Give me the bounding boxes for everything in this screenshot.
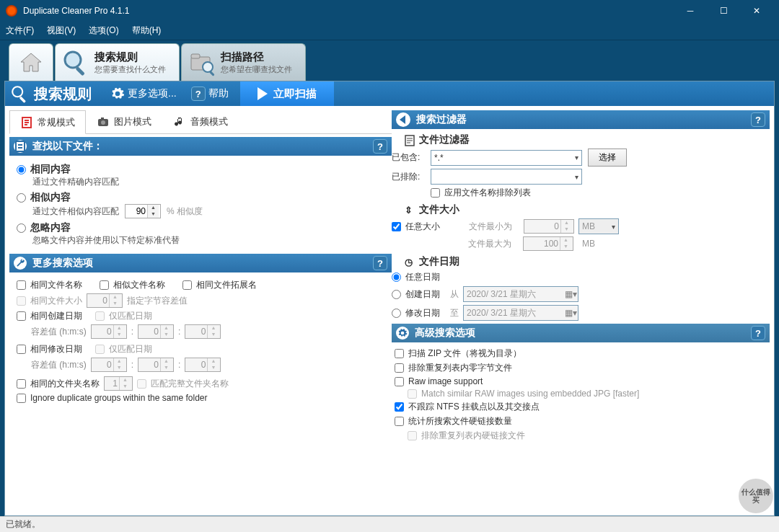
advanced-search-header: 高级搜索选项 ?	[392, 324, 770, 342]
watermark-badge: 什么值得买	[739, 479, 773, 513]
svg-point-6	[12, 87, 22, 97]
gear-icon	[110, 87, 125, 101]
toolbar-help-button[interactable]: ? 帮助	[184, 87, 236, 101]
scan-now-button[interactable]: 立即扫描	[240, 81, 334, 106]
included-filter-input[interactable]: *.*▾	[431, 150, 582, 166]
menu-file[interactable]: 文件(F)	[6, 25, 34, 37]
tab-rules-title: 搜索规则	[94, 50, 166, 64]
close-button[interactable]: ✕	[740, 0, 773, 22]
titlebar: Duplicate Cleaner Pro 4.1.1 ─ ☐ ✕	[0, 0, 779, 22]
menu-help[interactable]: 帮助(H)	[132, 25, 162, 37]
help-icon[interactable]: ?	[751, 112, 765, 127]
min-size-spinner: ▲▼	[524, 219, 574, 234]
chk-similar-filename[interactable]	[100, 280, 109, 290]
minimize-button[interactable]: ─	[674, 0, 707, 22]
tol-m-2: ▲▼	[138, 358, 174, 372]
chevron-down-icon: ▾	[575, 173, 578, 181]
folder-depth-spinner: ▲▼	[104, 376, 133, 391]
radio-ignore-content[interactable]	[17, 223, 26, 233]
svg-point-0	[65, 52, 81, 68]
chk-scan-zip[interactable]	[395, 349, 404, 358]
label-min-size: 文件最小为	[469, 221, 519, 233]
more-search-options-body: 相同文件名称 相似文件名称 相同文件拓展名 相同文件大小 ▲▼ 指定字节容差值	[9, 272, 392, 409]
panel-toolbar: 搜索规则 更多选项... ? 帮助 立即扫描	[5, 81, 774, 106]
play-icon	[258, 87, 268, 100]
chk-same-size	[17, 296, 26, 306]
radio-similar-content[interactable]	[17, 193, 26, 203]
chk-exclude-zero[interactable]	[395, 363, 404, 373]
select-filter-button[interactable]: 选择	[588, 148, 627, 167]
label-similar-content: 相似内容	[30, 191, 71, 204]
mode-tab-audio[interactable]: 音频模式	[162, 110, 239, 133]
excluded-filter-input[interactable]: ▾	[431, 169, 582, 185]
mode-tab-normal[interactable]: 常规模式	[9, 110, 86, 134]
chk-same-folder-name[interactable]	[17, 379, 26, 389]
mode-tab-image[interactable]: 图片模式	[86, 110, 162, 133]
tab-paths-title: 扫描路径	[221, 50, 292, 64]
radio-same-content[interactable]	[17, 165, 26, 174]
home-icon	[17, 48, 45, 77]
desc-ignore-content: 忽略文件内容并使用以下特定标准代替	[32, 234, 384, 247]
radio-modified-date[interactable]	[392, 309, 401, 318]
tab-paths-sub: 您希望在哪查找文件	[221, 64, 292, 75]
main-panel: 搜索规则 更多选项... ? 帮助 立即扫描	[4, 81, 775, 516]
svg-point-13	[101, 120, 105, 125]
chk-same-filename[interactable]	[17, 280, 26, 290]
content-area: 搜索规则 您需要查找什么文件 扫描路径 您希望在哪查找文件 搜索规则	[0, 40, 779, 516]
toolbar-title: 搜索规则	[34, 84, 92, 104]
window-title: Duplicate Cleaner Pro 4.1.1	[23, 6, 674, 16]
chk-same-modified[interactable]	[17, 345, 26, 354]
chk-raw-support[interactable]	[395, 377, 404, 386]
max-size-spinner: ▲▼	[523, 236, 573, 251]
desc-same-content: 通过文件精确内容匹配	[32, 176, 384, 188]
chk-raw-match-jpg	[408, 389, 417, 399]
more-options-button[interactable]: 更多选项...	[103, 87, 184, 101]
menu-options[interactable]: 选项(O)	[89, 25, 118, 37]
help-icon: ?	[191, 87, 206, 101]
collapse-icon[interactable]	[396, 112, 410, 127]
label-excluded: 已排除:	[392, 171, 425, 183]
tol-m-1: ▲▼	[138, 324, 174, 339]
radio-created-date[interactable]	[392, 290, 401, 299]
calendar-icon: ▦▾	[565, 289, 575, 299]
chk-apply-exclude-list[interactable]	[431, 188, 440, 198]
size-icon	[405, 205, 415, 215]
more-search-options-header: 更多搜索选项 ?	[9, 254, 392, 272]
chk-same-created[interactable]	[17, 311, 26, 321]
tab-scan-paths[interactable]: 扫描路径 您希望在哪查找文件	[181, 43, 306, 81]
camera-icon	[97, 115, 110, 128]
tab-home[interactable]	[9, 43, 53, 81]
help-icon[interactable]: ?	[373, 256, 387, 270]
chk-same-extension[interactable]	[182, 280, 192, 290]
chk-ntfs-junctions[interactable]	[395, 402, 404, 412]
chk-hardlink-count[interactable]	[395, 417, 404, 426]
gear-icon	[396, 327, 409, 340]
tol-s-1: ▲▼	[185, 324, 221, 339]
help-icon[interactable]: ?	[751, 326, 765, 340]
clock-icon	[405, 257, 415, 267]
tol-s-2: ▲▼	[185, 358, 221, 372]
chk-only-date-1	[95, 311, 105, 321]
help-icon[interactable]: ?	[373, 139, 387, 154]
app-icon	[6, 5, 17, 17]
document-red-icon	[20, 116, 33, 129]
document-icon	[405, 135, 415, 145]
chk-ignore-groups-same-folder[interactable]	[17, 394, 26, 403]
chk-any-size[interactable]	[392, 222, 401, 231]
file-size-label: 文件大小	[405, 203, 770, 216]
size-tolerance-spinner: ▲▼	[87, 293, 123, 308]
tab-search-rules[interactable]: 搜索规则 您需要查找什么文件	[55, 43, 180, 81]
find-files-header: .doc-icon::before,.doc-icon::after{backg…	[9, 137, 392, 156]
similarity-spinner[interactable]: ▲▼	[125, 204, 161, 218]
svg-rect-5	[209, 71, 215, 76]
label-included: 已包含:	[392, 151, 425, 164]
svg-rect-1	[75, 66, 84, 76]
radio-any-date[interactable]	[392, 272, 401, 282]
chevron-down-icon: ▾	[575, 154, 578, 161]
tol-h-2: ▲▼	[91, 358, 127, 372]
svg-point-4	[203, 62, 213, 72]
label-ignore-content: 忽略内容	[30, 221, 71, 234]
maximize-button[interactable]: ☐	[707, 0, 740, 22]
menu-view[interactable]: 视图(V)	[47, 25, 76, 37]
date-from-created: 2020/ 3/21 星期六▦▾	[463, 286, 578, 302]
